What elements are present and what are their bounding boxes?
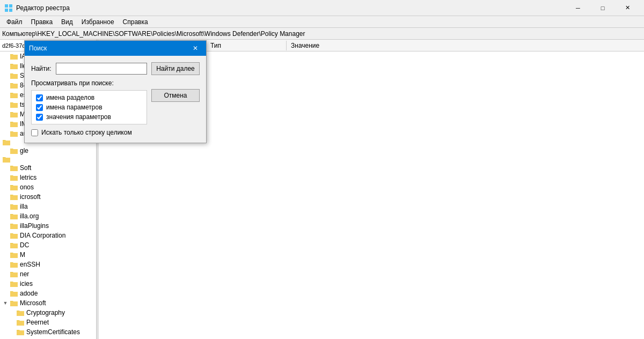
tree-item-letrics[interactable]: letrics [0,173,96,182]
column-value: Значение [287,41,644,50]
expand-icon [2,271,9,277]
expand-icon: ▼ [2,300,9,306]
menu-bar: Файл Правка Вид Избранное Справка [0,16,644,28]
svg-rect-11 [10,122,18,127]
folder-icon [10,280,18,288]
maximize-button[interactable]: □ [590,0,615,16]
svg-rect-21 [10,215,18,219]
svg-rect-14 [10,149,18,154]
folder-icon [10,120,18,128]
tree-item-adode[interactable]: adode [0,289,96,298]
folder-icon [16,309,25,316]
tree-item-tpm[interactable]: TPM [0,337,96,339]
checkbox-row-param-names: имена параметров [36,104,142,111]
expand-icon [2,223,9,229]
checkbox-param-values-label: значения параметров [46,113,111,121]
tree-item-label: Cryptography [26,309,65,316]
folder-icon [16,319,25,326]
folder-icon [10,222,18,230]
expand-icon [2,92,9,98]
svg-rect-29 [10,292,18,297]
tree-item-label: adode [20,290,38,297]
folder-icon [10,82,18,89]
expand-icon [2,63,9,69]
tree-item-onos[interactable]: onos [0,182,96,192]
checkbox-param-values[interactable] [36,114,43,121]
tree-item-systemcertificates[interactable]: SystemCertificates [0,327,96,337]
tree-item-illa[interactable]: illa [0,202,96,211]
tree-item-m2[interactable]: M [0,250,96,260]
tree-item-dc[interactable]: DC [0,240,96,250]
checkbox-param-names[interactable] [36,104,43,111]
window-controls: ─ □ ✕ [566,0,640,16]
expand-icon [2,174,9,181]
folder-icon [10,261,18,268]
svg-rect-1 [9,4,12,8]
menu-file[interactable]: Файл [2,17,27,27]
tree-item-blank2[interactable] [0,156,96,163]
folder-icon [10,53,18,60]
svg-rect-0 [5,4,8,8]
checkbox-section-names[interactable] [36,94,43,101]
minimize-button[interactable]: ─ [566,0,590,16]
tree-item-icrosoft[interactable]: icrosoft [0,192,96,202]
tree-item-enssh[interactable]: enSSH [0,260,96,269]
dialog-title-text: Поиск [29,45,189,52]
find-input[interactable] [56,63,147,75]
expand-icon [2,242,9,248]
tree-item-icies[interactable]: icies [0,279,96,289]
expand-icon [2,82,9,89]
expand-icon [2,194,9,200]
svg-rect-23 [10,234,18,239]
menu-favorites[interactable]: Избранное [77,17,119,27]
expand-icon [2,148,9,154]
svg-rect-30 [10,301,18,306]
folder-icon [2,138,11,146]
tree-item-label: illa.org [20,212,39,220]
tree-item-soft[interactable]: Soft [0,163,96,173]
folder-icon [10,62,18,70]
app-icon [4,4,13,12]
svg-rect-16 [10,166,18,171]
tree-item-illaplugins[interactable]: illaPlugins [0,221,96,231]
expand-icon [2,111,9,117]
tree-item-cryptography[interactable]: Cryptography [0,308,96,318]
close-button[interactable]: ✕ [615,0,640,16]
folder-icon [10,251,18,259]
svg-rect-32 [17,321,24,326]
tree-item-gle[interactable]: gle [0,146,96,156]
menu-view[interactable]: Вид [57,17,77,27]
dialog-title-bar: Поиск ✕ [25,41,206,56]
svg-rect-13 [3,141,10,145]
svg-rect-5 [10,64,18,69]
expand-icon [9,309,15,316]
tree-item-dia-corporation[interactable]: DIA Corporation [0,231,96,240]
dialog-close-button[interactable]: ✕ [189,42,202,55]
menu-edit[interactable]: Правка [27,17,57,27]
find-next-button[interactable]: Найти далее [151,62,200,75]
menu-help[interactable]: Справка [119,17,152,27]
checkbox-param-names-label: имена параметров [46,104,103,111]
search-dialog: Поиск ✕ Найти: Найти далее Просматривать… [24,40,207,143]
tree-item-microsoft[interactable]: ▼ Microsoft [0,298,96,308]
tree-item-ner[interactable]: ner [0,269,96,279]
find-label: Найти: [31,65,52,72]
svg-rect-6 [10,74,18,79]
cancel-button[interactable]: Отмена [151,89,200,102]
expand-icon [2,232,9,239]
title-bar: Редактор реестра ─ □ ✕ [0,0,644,16]
svg-rect-7 [10,84,18,89]
folder-icon [10,72,18,79]
folder-icon [10,130,18,137]
tree-item-illaorg[interactable]: illa.org [0,211,96,221]
tree-item-label: ner [20,270,29,278]
svg-rect-25 [10,253,18,258]
svg-rect-26 [10,263,18,268]
tree-item-peernet[interactable]: Peernet [0,318,96,327]
svg-rect-24 [10,244,18,248]
checkbox-whole-string[interactable] [31,129,38,136]
svg-rect-15 [3,158,10,163]
folder-icon [10,290,18,297]
column-type: Тип [206,41,287,50]
expand-icon [2,121,9,127]
